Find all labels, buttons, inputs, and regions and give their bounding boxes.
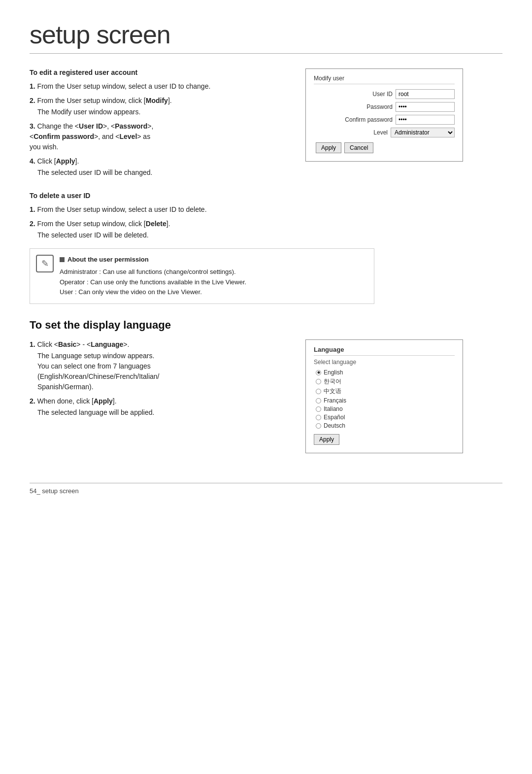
note-line-3: User : Can only view the video on the Li…	[60, 287, 246, 298]
lang-option-italian[interactable]: Italiano	[316, 405, 455, 412]
radio-german	[316, 423, 321, 429]
lang-option-spanish[interactable]: Español	[316, 414, 455, 421]
note-title-text: About the user permission	[67, 255, 149, 265]
lang-option-chinese[interactable]: 中文语	[316, 387, 455, 396]
note-icon: ✎	[36, 255, 54, 272]
radio-chinese	[316, 389, 321, 394]
language-box-title: Language	[314, 346, 455, 356]
language-radio-list: English 한국어 中文语 Français	[314, 368, 455, 429]
lang-step-2: When done, click [Apply]. The selected l…	[30, 396, 286, 418]
language-main-section: To set the display language Click <Basic…	[30, 319, 502, 453]
note-title-square	[60, 257, 65, 262]
edit-step-1: From the User setup window, select a use…	[30, 81, 286, 92]
modify-user-box-title: Modify user	[314, 75, 455, 84]
radio-italian	[316, 406, 321, 412]
radio-spanish	[316, 415, 321, 420]
password-label: Password	[333, 103, 393, 110]
page-title: setup screen	[30, 20, 502, 54]
note-content: About the user permission Administrator …	[60, 255, 246, 298]
lang-option-german[interactable]: Deutsch	[316, 422, 455, 429]
edit-user-heading: To edit a registered user account	[30, 68, 286, 76]
modify-user-box: Modify user User ID Password Confirm pas…	[305, 68, 463, 162]
edit-step-4: Click [Apply]. The selected user ID will…	[30, 156, 286, 178]
lang-option-korean[interactable]: 한국어	[316, 377, 455, 386]
radio-english	[316, 370, 321, 375]
lang-option-english[interactable]: English	[316, 369, 455, 376]
language-apply-button[interactable]: Apply	[314, 434, 339, 445]
password-input[interactable]	[396, 102, 455, 112]
lang-option-french[interactable]: Français	[316, 397, 455, 404]
note-box: ✎ About the user permission Administrato…	[30, 248, 374, 304]
delete-step-1: From the User setup window, select a use…	[30, 204, 502, 215]
user-id-label: User ID	[333, 91, 393, 98]
language-group-label: Select language	[314, 359, 455, 366]
user-id-input[interactable]	[396, 89, 455, 99]
edit-step-3: Change the <User ID>, <Password>, <Confi…	[30, 121, 286, 152]
footer-text: 54_ setup screen	[30, 487, 79, 495]
confirm-password-label: Confirm password	[333, 116, 393, 123]
footer: 54_ setup screen	[30, 483, 502, 495]
cancel-button[interactable]: Cancel	[344, 142, 373, 153]
radio-korean	[316, 379, 321, 384]
language-section-title: To set the display language	[30, 319, 502, 332]
apply-button[interactable]: Apply	[316, 142, 341, 153]
edit-step-2: From the User setup window, click [Modif…	[30, 96, 286, 117]
delete-user-heading: To delete a user ID	[30, 192, 502, 200]
level-select[interactable]: Administrator Operator User	[391, 128, 455, 137]
level-label: Level	[329, 129, 388, 136]
radio-french	[316, 398, 321, 404]
lang-step-1: Click <Basic> - <Language>. The Language…	[30, 339, 286, 392]
delete-step-2: From the User setup window, click [Delet…	[30, 219, 502, 240]
language-box: Language Select language English 한국어 中文语	[305, 339, 463, 453]
confirm-password-input[interactable]	[396, 115, 455, 125]
note-line-2: Operator : Can use only the functions av…	[60, 277, 246, 288]
note-line-1: Administrator : Can use all functions (c…	[60, 267, 246, 277]
